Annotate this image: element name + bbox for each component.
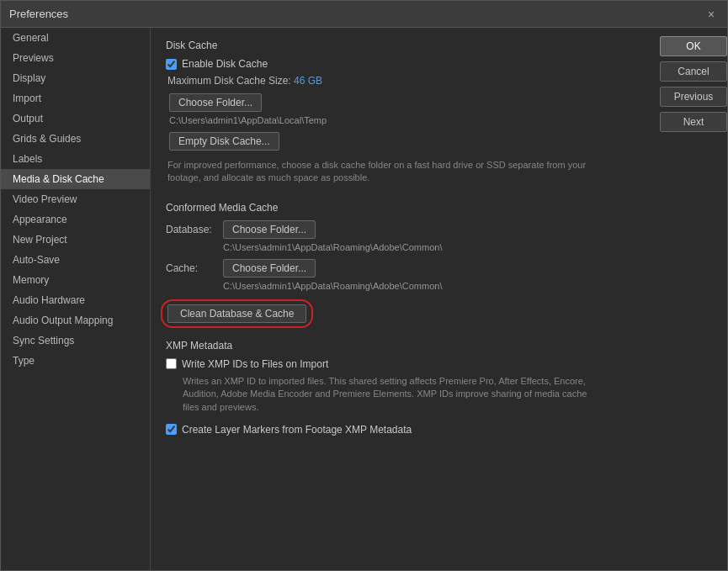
next-button[interactable]: Next: [660, 112, 727, 132]
create-layer-checkbox[interactable]: [166, 424, 177, 435]
clean-button-wrapper: Clean Database & Cache: [167, 304, 306, 323]
sidebar-item-output[interactable]: Output: [1, 108, 150, 129]
sidebar-item-general[interactable]: General: [1, 28, 150, 48]
disk-cache-choose-folder-button[interactable]: Choose Folder...: [169, 93, 262, 112]
write-xmp-row: Write XMP IDs to Files on Import: [166, 358, 636, 370]
cache-row: Cache: Choose Folder...: [166, 259, 636, 278]
disk-cache-section: Disk Cache Enable Disk Cache Maximum Dis…: [166, 40, 636, 185]
enable-disk-cache-checkbox[interactable]: [166, 59, 177, 70]
ok-button[interactable]: OK: [660, 36, 727, 56]
clean-database-cache-button[interactable]: Clean Database & Cache: [167, 304, 306, 323]
sidebar-item-media-disk-cache[interactable]: Media & Disk Cache: [1, 169, 150, 189]
sidebar-item-video-preview[interactable]: Video Preview: [1, 189, 150, 209]
main-content: Disk Cache Enable Disk Cache Maximum Dis…: [151, 28, 651, 570]
database-path: C:\Users\admin1\AppData\Roaming\Adobe\Co…: [223, 242, 636, 252]
empty-disk-cache-button[interactable]: Empty Disk Cache...: [169, 132, 279, 151]
conformed-media-title: Conformed Media Cache: [166, 202, 636, 214]
database-label: Database:: [166, 224, 216, 235]
disk-cache-title: Disk Cache: [166, 40, 636, 51]
dialog-title: Preferences: [9, 8, 68, 20]
sidebar-item-audio-hardware[interactable]: Audio Hardware: [1, 290, 150, 310]
max-size-label: Maximum Disk Cache Size:: [167, 75, 291, 87]
create-layer-label: Create Layer Markers from Footage XMP Me…: [182, 424, 412, 436]
cache-path: C:\Users\admin1\AppData\Roaming\Adobe\Co…: [223, 281, 636, 291]
cache-choose-folder-button[interactable]: Choose Folder...: [223, 259, 316, 278]
sidebar-item-type[interactable]: Type: [1, 351, 150, 371]
xmp-metadata-title: XMP Metadata: [166, 340, 636, 352]
preferences-dialog: Preferences × GeneralPreviewsDisplayImpo…: [0, 0, 728, 571]
dialog-body: GeneralPreviewsDisplayImportOutputGrids …: [1, 28, 727, 570]
max-size-row: Maximum Disk Cache Size: 46 GB: [167, 75, 636, 87]
sidebar-item-memory[interactable]: Memory: [1, 270, 150, 290]
sidebar-item-new-project[interactable]: New Project: [1, 230, 150, 250]
enable-disk-cache-label: Enable Disk Cache: [182, 58, 268, 70]
close-button[interactable]: ×: [704, 7, 719, 22]
sidebar-item-sync-settings[interactable]: Sync Settings: [1, 330, 150, 351]
database-choose-folder-button[interactable]: Choose Folder...: [223, 220, 316, 239]
sidebar-item-labels[interactable]: Labels: [1, 149, 150, 169]
sidebar-item-grids-guides[interactable]: Grids & Guides: [1, 129, 150, 149]
create-layer-row: Create Layer Markers from Footage XMP Me…: [166, 424, 636, 436]
disk-cache-hint: For improved performance, choose a disk …: [167, 159, 605, 185]
write-xmp-label: Write XMP IDs to Files on Import: [182, 358, 328, 370]
previous-button[interactable]: Previous: [660, 87, 727, 107]
cancel-button[interactable]: Cancel: [660, 61, 727, 82]
disk-cache-folder-path: C:\Users\admin1\AppData\Local\Temp: [169, 115, 636, 125]
sidebar-item-previews[interactable]: Previews: [1, 48, 150, 68]
conformed-media-section: Conformed Media Cache Database: Choose F…: [166, 202, 636, 323]
write-xmp-hint: Writes an XMP ID to imported files. This…: [183, 375, 603, 414]
sidebar-item-audio-output-mapping[interactable]: Audio Output Mapping: [1, 310, 150, 330]
title-bar: Preferences ×: [1, 1, 727, 28]
write-xmp-checkbox[interactable]: [166, 358, 177, 369]
database-row: Database: Choose Folder...: [166, 220, 636, 239]
action-buttons-panel: OK Cancel Previous Next: [651, 28, 727, 570]
sidebar-item-display[interactable]: Display: [1, 68, 150, 88]
sidebar: GeneralPreviewsDisplayImportOutputGrids …: [1, 28, 151, 570]
cache-label: Cache:: [166, 262, 216, 274]
enable-disk-cache-row: Enable Disk Cache: [166, 58, 636, 70]
max-size-value: 46 GB: [294, 75, 322, 87]
sidebar-item-auto-save[interactable]: Auto-Save: [1, 250, 150, 270]
xmp-metadata-section: XMP Metadata Write XMP IDs to Files on I…: [166, 340, 636, 436]
sidebar-item-appearance[interactable]: Appearance: [1, 209, 150, 230]
sidebar-item-import[interactable]: Import: [1, 88, 150, 108]
